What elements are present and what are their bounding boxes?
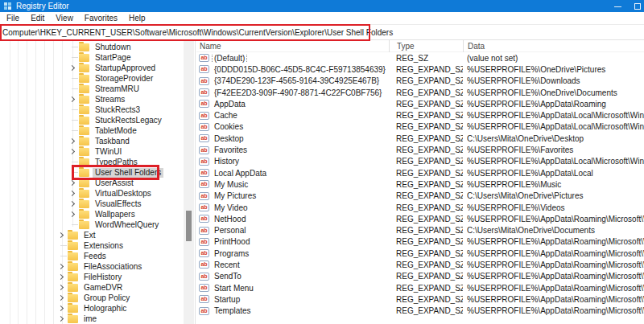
tree-item-virtualdesktops[interactable]: VirtualDesktops <box>0 188 182 199</box>
tree-connector <box>56 251 67 261</box>
tree-item-group-policy[interactable]: Group Policy <box>0 293 182 303</box>
value-row-374de290-123f-4565-9164-39c4925e467b[interactable]: ab{374DE290-123F-4565-9164-39C4925E467B}… <box>196 76 644 87</box>
tree-item-label: TabletMode <box>93 126 139 136</box>
column-header-name[interactable]: Name <box>196 42 389 51</box>
value-row-0ddd015d-b06c-45d5-8c4c-f59713854639[interactable]: ab{0DDD015D-B06C-45D5-8C4C-F59713854639}… <box>196 64 644 75</box>
expander-area[interactable] <box>56 282 67 293</box>
expander-area[interactable] <box>68 94 78 105</box>
chevron-right-icon <box>69 191 75 196</box>
tree-item-wallpapers[interactable]: Wallpapers <box>0 209 182 219</box>
tree-scrollbar[interactable] <box>184 40 194 324</box>
string-value-icon: ab <box>199 203 209 211</box>
value-row-my-music[interactable]: abMy MusicREG_EXPAND_SZ%USERPROFILE%\Mus… <box>196 178 644 190</box>
value-name-cell: ab{0DDD015D-B06C-45D5-8C4C-F59713854639} <box>196 65 389 74</box>
tree-item-filehistory[interactable]: FileHistory <box>0 272 182 282</box>
value-data: %USERPROFILE%\Videos <box>463 203 644 212</box>
tree-item-visualeffects[interactable]: VisualEffects <box>0 199 182 209</box>
expander-area[interactable] <box>56 272 67 282</box>
tree-item-streams[interactable]: Streams <box>0 94 182 105</box>
tree-item-label: FileHistory <box>81 273 124 282</box>
expander-area[interactable] <box>56 293 67 303</box>
tree-item-streammru[interactable]: StreamMRU <box>0 84 182 94</box>
tree-item-holographic[interactable]: Holographic <box>0 303 182 314</box>
value-row-templates[interactable]: abTemplatesREG_EXPAND_SZ%USERPROFILE%\Ap… <box>196 306 644 317</box>
value-data: %USERPROFILE%\AppData\Roaming\Microsoft\… <box>463 215 644 224</box>
value-row-printhood[interactable]: abPrintHoodREG_EXPAND_SZ%USERPROFILE%\Ap… <box>196 236 644 248</box>
menu-favorites[interactable]: Favorites <box>79 12 123 24</box>
value-row-my-video[interactable]: abMy VideoREG_EXPAND_SZ%USERPROFILE%\Vid… <box>196 202 644 213</box>
value-row-desktop[interactable]: abDesktopREG_EXPAND_SZC:\Users\Mita\OneD… <box>196 133 644 144</box>
tree-scrollbar-thumb[interactable] <box>186 211 192 241</box>
value-row-sendto[interactable]: abSendToREG_EXPAND_SZ%USERPROFILE%\AppDa… <box>196 271 644 282</box>
value-row-my-pictures[interactable]: abMy PicturesREG_EXPAND_SZC:\Users\Mita\… <box>196 191 644 202</box>
value-row-local-appdata[interactable]: abLocal AppDataREG_EXPAND_SZ%USERPROFILE… <box>196 167 644 178</box>
folder-icon <box>79 127 89 135</box>
value-row-personal[interactable]: abPersonalREG_EXPAND_SZC:\Users\Mita\One… <box>196 224 644 236</box>
window-body: ShutdownStartPageStartupApprovedStorageP… <box>0 40 644 324</box>
column-header-type[interactable]: Type <box>389 40 463 52</box>
value-row-nethood[interactable]: abNetHoodREG_EXPAND_SZ%USERPROFILE%\AppD… <box>196 213 644 224</box>
value-row-default[interactable]: ab(Default)REG_SZ(value not set) <box>196 52 644 64</box>
tree-item-storageprovider[interactable]: StorageProvider <box>0 73 182 84</box>
menu-view[interactable]: View <box>50 12 79 24</box>
tree-item-userassist[interactable]: UserAssist <box>0 178 182 188</box>
value-data: %USERPROFILE%\AppData\Roaming <box>463 100 644 109</box>
minimize-button[interactable] <box>614 6 621 7</box>
tree-item-label: Group Policy <box>81 293 132 303</box>
expander-area[interactable] <box>68 209 78 219</box>
tree-item-shutdown[interactable]: Shutdown <box>0 42 182 52</box>
tree-item-gamedvr[interactable]: GameDVR <box>0 282 182 293</box>
expander-area[interactable] <box>68 63 78 73</box>
value-row-programs[interactable]: abProgramsREG_EXPAND_SZ%USERPROFILE%\App… <box>196 248 644 259</box>
expander-area[interactable] <box>68 199 78 209</box>
expander-area[interactable] <box>56 303 67 314</box>
value-row-start-menu[interactable]: abStart MenuREG_EXPAND_SZ%USERPROFILE%\A… <box>196 282 644 293</box>
value-row-cache[interactable]: abCacheREG_EXPAND_SZ%USERPROFILE%\AppDat… <box>196 109 644 121</box>
tree-item-fileassociations[interactable]: FileAssociations <box>0 261 182 272</box>
folder-icon <box>79 64 89 72</box>
value-row-startup[interactable]: abStartupREG_EXPAND_SZ%USERPROFILE%\AppD… <box>196 293 644 305</box>
value-row-history[interactable]: abHistoryREG_EXPAND_SZ%USERPROFILE%\AppD… <box>196 156 644 167</box>
tree-item-tabletmode[interactable]: TabletMode <box>0 125 182 136</box>
menu-help[interactable]: Help <box>123 12 151 24</box>
tree-item-taskband[interactable]: Taskband <box>0 136 182 146</box>
expander-area[interactable] <box>68 146 78 157</box>
value-data: %USERPROFILE%\AppData\Roaming\Microsoft\… <box>463 295 644 304</box>
tree-item-extensions[interactable]: Extensions <box>0 240 182 251</box>
tree-item-stuckrects3[interactable]: StuckRects3 <box>0 105 182 115</box>
tree-item-user-shell-folders[interactable]: User Shell Folders <box>0 167 182 178</box>
string-value-icon: ab <box>199 249 209 257</box>
value-name: Start Menu <box>213 284 255 293</box>
menu-edit[interactable]: Edit <box>25 12 50 24</box>
expander-area[interactable] <box>56 261 67 272</box>
value-row-f42ee2d3-909f-4907-8871-4c22fc0bf756[interactable]: ab{F42EE2D3-909F-4907-8871-4C22FC0BF756}… <box>196 87 644 98</box>
value-data: C:\Users\Mita\OneDrive\Pictures <box>463 191 644 200</box>
string-value-icon: ab <box>199 169 209 177</box>
tree-item-startupapproved[interactable]: StartupApproved <box>0 63 182 73</box>
tree-item-typedpaths[interactable]: TypedPaths <box>0 157 182 167</box>
connector-line <box>60 245 67 246</box>
tree-item-startpage[interactable]: StartPage <box>0 52 182 63</box>
column-header-data[interactable]: Data <box>463 40 644 52</box>
expander-area[interactable] <box>68 188 78 199</box>
tree-item-twinui[interactable]: TWinUI <box>0 146 182 157</box>
value-row-appdata[interactable]: abAppDataREG_EXPAND_SZ%USERPROFILE%\AppD… <box>196 98 644 109</box>
address-bar[interactable]: Computer\HKEY_CURRENT_USER\Software\Micr… <box>0 24 644 40</box>
list-header: Name Type Data <box>196 40 644 52</box>
tree-item-ime[interactable]: ime <box>0 314 182 324</box>
expander-area[interactable] <box>56 230 67 240</box>
maximize-button[interactable] <box>634 3 641 10</box>
expander-area[interactable] <box>68 178 78 188</box>
expander-area[interactable] <box>68 136 78 146</box>
value-row-cookies[interactable]: abCookiesREG_EXPAND_SZ%USERPROFILE%\AppD… <box>196 121 644 133</box>
tree-item-wordwheelquery[interactable]: WordWheelQuery <box>0 219 182 230</box>
value-row-recent[interactable]: abRecentREG_EXPAND_SZ%USERPROFILE%\AppDa… <box>196 259 644 270</box>
tree-item-stuckrectslegacy[interactable]: StuckRectsLegacy <box>0 115 182 125</box>
tree-item-feeds[interactable]: Feeds <box>0 251 182 261</box>
expander-area[interactable] <box>56 314 67 324</box>
menu-file[interactable]: File <box>1 12 25 24</box>
value-data: C:\Users\Mita\OneDrive\Documents <box>463 226 644 235</box>
string-value-icon: ab <box>199 215 209 223</box>
tree-item-ext[interactable]: Ext <box>0 230 182 240</box>
value-row-favorites[interactable]: abFavoritesREG_EXPAND_SZ%USERPROFILE%\Fa… <box>196 144 644 155</box>
